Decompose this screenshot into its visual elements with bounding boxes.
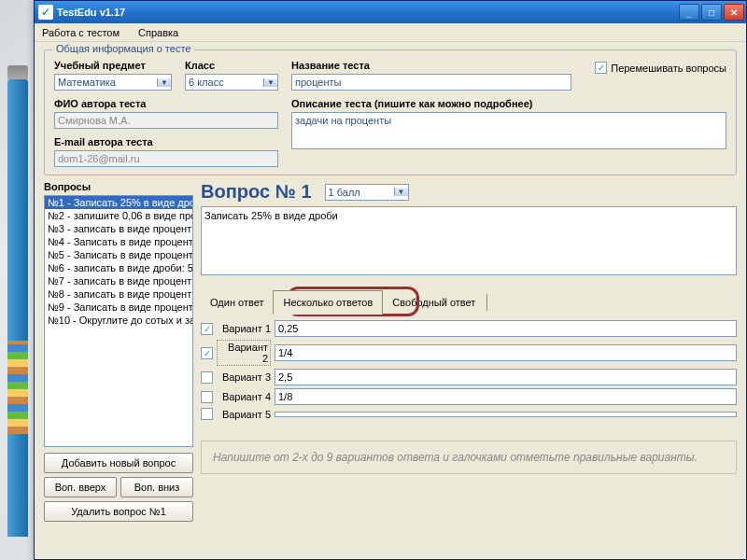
variants-container: ✓ Вариант 1 0,25 ✓ Вариант 2 1/4 Вариант…	[201, 320, 737, 420]
description-textarea[interactable]: задачи на проценты	[291, 112, 726, 149]
tab-single-answer[interactable]: Один ответ	[201, 291, 273, 314]
app-icon: ✓	[38, 5, 53, 20]
points-select[interactable]: 1 балл▼	[325, 184, 409, 201]
variant-label: Вариант 5	[217, 409, 271, 420]
list-item[interactable]: №10 - Округлите до сотых и за	[45, 314, 192, 327]
tab-multiple-answers[interactable]: Несколько ответов	[273, 290, 383, 315]
general-info-fieldset: Общая информация о тесте Учебный предмет…	[44, 49, 737, 175]
variant-input[interactable]: 1/4	[275, 344, 737, 361]
variant-checkbox[interactable]: ✓	[201, 347, 213, 359]
maximize-button[interactable]: □	[701, 4, 722, 21]
variant-row: Вариант 5	[201, 408, 737, 420]
email-input[interactable]: dom1-26@mail.ru	[54, 150, 278, 167]
author-input[interactable]: Смирнова М.А.	[54, 112, 278, 129]
window-title: TestEdu v1.17	[57, 7, 125, 18]
hint-text: Напишите от 2-х до 9 вариантов ответа и …	[201, 441, 737, 474]
test-name-label: Название теста	[291, 60, 571, 71]
questions-label: Вопросы	[44, 181, 193, 192]
class-label: Класс	[185, 60, 278, 71]
menubar: Работа с тестом Справка	[35, 23, 746, 42]
shuffle-label: Перемешивать вопросы	[611, 63, 726, 74]
variant-input[interactable]: 1/8	[275, 388, 737, 405]
list-item[interactable]: №8 - записать в виде процент	[45, 287, 192, 301]
variant-input[interactable]: 2,5	[275, 369, 737, 385]
variant-input[interactable]	[275, 412, 737, 417]
decorative-pencil	[7, 79, 28, 537]
variant-label: Вариант 4	[217, 391, 271, 402]
fieldset-legend: Общая информация о тесте	[52, 43, 194, 54]
chevron-down-icon: ▼	[263, 78, 277, 87]
list-item[interactable]: №1 - Записать 25% в виде дро	[45, 196, 192, 209]
variant-label: Вариант 1	[217, 323, 271, 334]
variant-row: ✓ Вариант 2 1/4	[201, 340, 737, 366]
variant-row: Вариант 4 1/8	[201, 388, 737, 405]
questions-list[interactable]: №1 - Записать 25% в виде дро №2 - запиши…	[44, 195, 193, 447]
question-title: Вопрос № 1	[201, 181, 312, 203]
add-question-button[interactable]: Добавить новый вопрос	[44, 453, 193, 473]
minimize-button[interactable]: _	[679, 4, 699, 21]
subject-label: Учебный предмет	[54, 60, 172, 71]
menu-work-with-test[interactable]: Работа с тестом	[38, 25, 123, 40]
list-item[interactable]: №7 - записать в виде процент	[45, 274, 192, 287]
email-label: E-mail автора теста	[54, 136, 278, 147]
author-label: ФИО автора теста	[54, 98, 278, 109]
variant-row: Вариант 3 2,5	[201, 369, 737, 385]
list-item[interactable]: №4 - Записать в виде процент	[45, 235, 192, 248]
question-text-input[interactable]: Записать 25% в виде дроби	[201, 206, 737, 275]
menu-help[interactable]: Справка	[134, 25, 182, 40]
titlebar: ✓ TestEdu v1.17 _ □ ✕	[35, 1, 746, 23]
list-item[interactable]: №3 - записать в виде процент	[45, 222, 192, 235]
close-button[interactable]: ✕	[724, 4, 744, 21]
variant-label: Вариант 3	[217, 371, 271, 383]
variant-checkbox[interactable]: ✓	[201, 323, 213, 335]
tab-separator	[486, 294, 487, 311]
list-item[interactable]: №6 - записать в виде дроби: 5	[45, 261, 192, 274]
question-up-button[interactable]: Воп. вверх	[44, 477, 117, 497]
class-select[interactable]: 6 класс▼	[185, 74, 278, 91]
chevron-down-icon: ▼	[157, 78, 171, 87]
variant-input[interactable]: 0,25	[275, 320, 737, 337]
delete-question-button[interactable]: Удалить вопрос №1	[44, 501, 193, 522]
variant-label: Вариант 2	[217, 340, 271, 366]
list-item[interactable]: №5 - Записать в виде процент	[45, 248, 192, 261]
app-window: ✓ TestEdu v1.17 _ □ ✕ Работа с тестом Сп…	[34, 0, 747, 560]
question-down-button[interactable]: Воп. вниз	[120, 477, 193, 497]
variant-checkbox[interactable]	[201, 391, 213, 403]
chevron-down-icon: ▼	[394, 188, 408, 196]
list-item[interactable]: №2 - запишите 0,06 в виде про	[45, 209, 192, 222]
variant-checkbox[interactable]	[201, 371, 213, 384]
description-label: Описание теста (пишите как можно подробн…	[291, 98, 726, 109]
tab-free-answer[interactable]: Свободный ответ	[383, 291, 485, 314]
test-name-input[interactable]: проценты	[291, 74, 571, 91]
list-item[interactable]: №9 - Записать в виде процент	[45, 301, 192, 314]
subject-select[interactable]: Математика▼	[54, 74, 172, 91]
variant-checkbox[interactable]	[201, 408, 213, 420]
variant-row: ✓ Вариант 1 0,25	[201, 320, 737, 337]
shuffle-checkbox[interactable]: ✓	[595, 62, 607, 74]
